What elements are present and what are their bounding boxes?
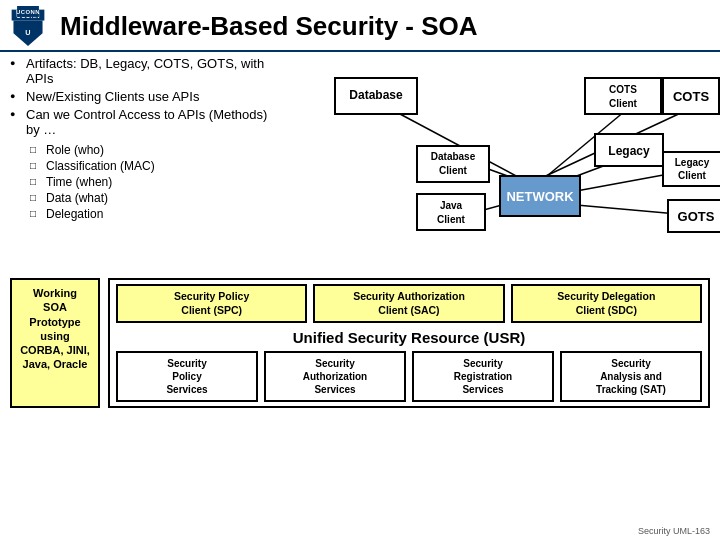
sdc-box: Security DelegationClient (SDC) (511, 284, 702, 323)
bullet-3: Can we Control Access to APIs (Methods) … (10, 107, 270, 137)
service-registration: SecurityRegistrationServices (412, 351, 554, 402)
service-analysis: SecurityAnalysis andTracking (SAT) (560, 351, 702, 402)
sub-item-5: Delegation (30, 207, 270, 221)
services-row: SecurityPolicyServices SecurityAuthoriza… (116, 351, 702, 402)
network-diagram: NETWORK Database Database Client Java Cl… (270, 56, 720, 276)
svg-text:U: U (25, 28, 30, 37)
right-bottom: Security PolicyClient (SPC) Security Aut… (108, 278, 710, 408)
bullet-1: Artifacts: DB, Legacy, COTS, GOTS, with … (10, 56, 270, 86)
svg-text:Client: Client (609, 98, 637, 109)
svg-text:Database: Database (431, 151, 476, 162)
left-panel: Artifacts: DB, Legacy, COTS, GOTS, with … (10, 56, 270, 276)
spc-sac-sdc-row: Security PolicyClient (SPC) Security Aut… (116, 284, 702, 323)
page-title: Middleware-Based Security - SOA (60, 11, 710, 42)
svg-text:Client: Client (439, 165, 467, 176)
diagram-container: NETWORK Database Database Client Java Cl… (270, 56, 720, 276)
sub-item-2: Classification (MAC) (30, 159, 270, 173)
service-authorization: SecurityAuthorizationServices (264, 351, 406, 402)
svg-text:COTS: COTS (609, 84, 637, 95)
svg-text:COTS: COTS (673, 89, 709, 104)
sac-box: Security AuthorizationClient (SAC) (313, 284, 504, 323)
spc-box: Security PolicyClient (SPC) (116, 284, 307, 323)
svg-text:Legacy: Legacy (608, 144, 650, 158)
bottom-section: Working SOA Prototype using CORBA, JINI,… (10, 278, 710, 408)
header: UCONN U UCONN Middleware-Based Security … (0, 0, 720, 52)
working-soa-box: Working SOA Prototype using CORBA, JINI,… (10, 278, 100, 408)
svg-text:Database: Database (349, 88, 403, 102)
logo-area: UCONN U UCONN (10, 6, 46, 46)
page: UCONN U UCONN Middleware-Based Security … (0, 0, 720, 540)
usr-label: Unified Security Resource (USR) (116, 329, 702, 346)
service-policy: SecurityPolicyServices (116, 351, 258, 402)
svg-text:GOTS: GOTS (678, 209, 715, 224)
uconn-logo: UCONN U UCONN (10, 6, 46, 46)
sub-item-4: Data (what) (30, 191, 270, 205)
bullet-2: New/Existing Clients use APIs (10, 89, 270, 104)
footer-note: Security UML-163 (638, 526, 710, 536)
sub-item-1: Role (who) (30, 143, 270, 157)
svg-text:Client: Client (678, 170, 706, 181)
sub-item-3: Time (when) (30, 175, 270, 189)
svg-text:UCONN: UCONN (16, 9, 40, 15)
svg-text:Legacy: Legacy (675, 157, 710, 168)
bullet-list: Artifacts: DB, Legacy, COTS, GOTS, with … (10, 56, 270, 137)
sub-list: Role (who) Classification (MAC) Time (wh… (10, 143, 270, 221)
svg-text:NETWORK: NETWORK (506, 189, 574, 204)
svg-text:Client: Client (437, 214, 465, 225)
svg-text:Java: Java (440, 200, 463, 211)
